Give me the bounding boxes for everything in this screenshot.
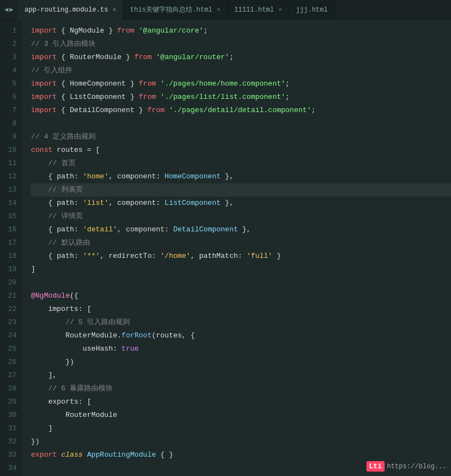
- code-line: { path: 'home', component: HomeComponent…: [31, 170, 451, 183]
- code-token: from: [139, 91, 156, 104]
- code-token: RouterModule.: [31, 329, 122, 342]
- code-token: [83, 448, 87, 462]
- code-line: import { HomeComponent } from './pages/h…: [31, 77, 451, 91]
- line-number: 4: [0, 64, 22, 77]
- tab-bar: ◀ ▶ app-routing.module.ts×this关键字指向总结.ht…: [0, 0, 451, 20]
- code-line: import { DetailComponent } from './pages…: [31, 104, 451, 117]
- code-token: './pages/home/home.component': [160, 77, 285, 91]
- tab-0[interactable]: app-routing.module.ts×: [18, 0, 123, 20]
- code-token: routes = [: [53, 144, 100, 157]
- line-number: 26: [0, 356, 22, 369]
- code-token: { path:: [31, 250, 83, 263]
- code-token: ]: [31, 422, 53, 435]
- code-token: ]: [31, 263, 35, 276]
- code-line: // 列表页: [31, 183, 451, 197]
- line-number: 23: [0, 316, 22, 329]
- code-token: useHash:: [31, 342, 122, 356]
- line-number: 14: [0, 197, 22, 210]
- line-number: 24: [0, 329, 22, 342]
- code-line: [31, 117, 451, 130]
- code-token: RouterModule: [31, 409, 117, 422]
- code-token: './pages/list/list.component': [160, 91, 285, 104]
- line-number: 34: [0, 462, 22, 475]
- code-token: '@angular/core': [139, 24, 203, 38]
- tab-close-icon[interactable]: ×: [217, 7, 221, 13]
- code-token: 'home': [83, 170, 109, 183]
- code-token: ;: [229, 51, 234, 64]
- tab-3[interactable]: jjj.html: [289, 0, 335, 20]
- code-token: [31, 236, 48, 250]
- line-number: 18: [0, 250, 22, 263]
- code-token: HomeComponent: [165, 170, 221, 183]
- code-token: DetailComponent: [173, 223, 238, 236]
- arrow-right-icon[interactable]: ▶: [9, 6, 13, 14]
- nav-arrows[interactable]: ◀ ▶: [0, 6, 18, 14]
- code-token: // 6 暴露路由模块: [48, 382, 113, 395]
- code-token: import: [31, 91, 57, 104]
- line-number: 33: [0, 448, 22, 462]
- code-line: imports: [: [31, 303, 451, 316]
- code-token: // 首页: [48, 157, 75, 170]
- code-token: import: [31, 24, 57, 38]
- code-token: export: [31, 448, 57, 462]
- line-number: 7: [0, 104, 22, 117]
- code-token: // 列表页: [48, 183, 82, 197]
- code-line: import { NgModule } from '@angular/core'…: [31, 24, 451, 38]
- code-token: [31, 183, 48, 197]
- line-number: 30: [0, 409, 22, 422]
- line-number: 6: [0, 91, 22, 104]
- code-token: { path:: [31, 170, 83, 183]
- code-line: RouterModule: [31, 409, 451, 422]
- code-token: }: [272, 250, 281, 263]
- code-area: 1234567891011121314151617181920212223242…: [0, 20, 451, 476]
- code-token: { HomeComponent }: [57, 77, 139, 91]
- line-number: 22: [0, 303, 22, 316]
- tab-close-icon[interactable]: ×: [113, 7, 117, 13]
- line-number: 8: [0, 117, 22, 130]
- code-line: exports: [: [31, 395, 451, 409]
- code-line: // 4 定义路由规则: [31, 130, 451, 144]
- tab-2[interactable]: 11111.html×: [228, 0, 290, 20]
- tab-label: app-routing.module.ts: [24, 6, 108, 14]
- code-line: // 引入组件: [31, 64, 451, 77]
- code-line: ],: [31, 369, 451, 382]
- code-token: const: [31, 144, 53, 157]
- code-token: class: [61, 448, 83, 462]
- code-token: import: [31, 104, 57, 117]
- code-token: imports: [: [31, 303, 91, 316]
- tab-label: 11111.html: [234, 6, 274, 14]
- tab-1[interactable]: this关键字指向总结.html×: [123, 0, 227, 20]
- code-line: const routes = [: [31, 144, 451, 157]
- code-token: , pathMatch:: [191, 250, 247, 263]
- code-content[interactable]: import { NgModule } from '@angular/core'…: [22, 20, 451, 476]
- code-line: import { RouterModule } from '@angular/r…: [31, 51, 451, 64]
- line-number: 1: [0, 24, 22, 38]
- code-token: [134, 24, 139, 38]
- code-token: [165, 104, 169, 117]
- code-token: , component:: [117, 223, 173, 236]
- line-number: 16: [0, 223, 22, 236]
- code-token: { ListComponent }: [57, 91, 139, 104]
- code-token: import: [31, 77, 57, 91]
- tab-close-icon[interactable]: ×: [279, 7, 282, 13]
- arrow-left-icon[interactable]: ◀: [4, 6, 8, 14]
- code-token: '**': [83, 250, 100, 263]
- code-line: // 首页: [31, 157, 451, 170]
- code-token: exports: [: [31, 395, 91, 409]
- code-token: [156, 91, 160, 104]
- code-token: { path:: [31, 197, 83, 210]
- code-token: },: [221, 170, 233, 183]
- line-number: 19: [0, 263, 22, 276]
- code-line: // 5 引入路由规则: [31, 316, 451, 329]
- line-number: 9: [0, 130, 22, 144]
- code-token: 'full': [247, 250, 272, 263]
- line-number: 13: [0, 183, 22, 197]
- watermark-logo: Lti: [366, 461, 385, 472]
- code-line: import { ListComponent } from './pages/l…: [31, 91, 451, 104]
- code-line: export class AppRoutingModule { }: [31, 448, 451, 462]
- code-token: 'list': [83, 197, 109, 210]
- code-line: // 详情页: [31, 210, 451, 223]
- code-token: @NgModule: [31, 289, 70, 303]
- code-token: from: [148, 104, 165, 117]
- code-line: [31, 276, 451, 289]
